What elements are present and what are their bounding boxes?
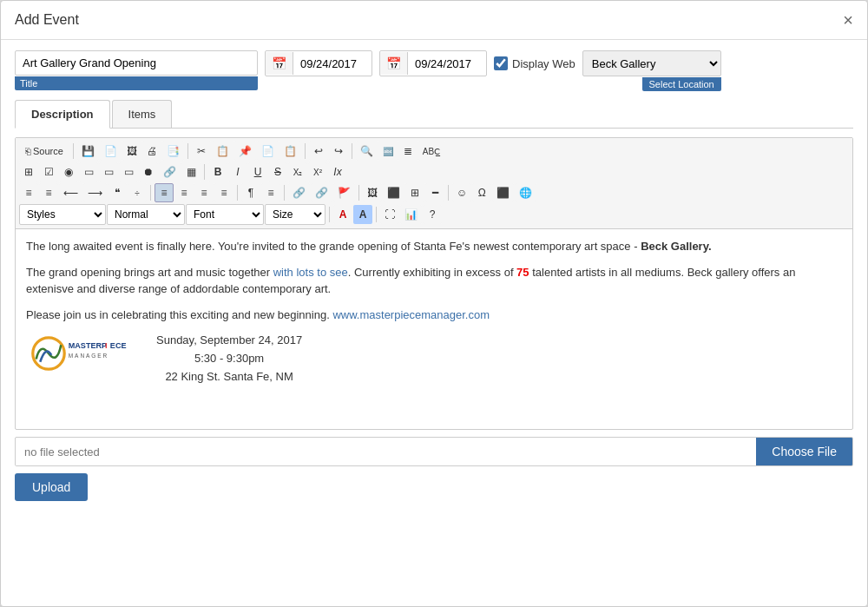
bidi-ltr-btn[interactable]: ¶	[241, 183, 260, 202]
print-icon-btn[interactable]: 🖨	[142, 142, 161, 161]
separator-12	[376, 207, 377, 222]
help-btn[interactable]: ?	[423, 205, 442, 224]
font-select[interactable]: Font	[186, 204, 264, 225]
templates-icon-btn[interactable]: 📑	[162, 142, 184, 161]
bold-btn[interactable]: B	[208, 162, 227, 181]
paste-btn[interactable]: 📌	[234, 142, 256, 161]
event-title-input[interactable]	[15, 50, 258, 76]
smiley-btn[interactable]: ☺	[452, 183, 471, 202]
unlink-btn[interactable]: 🔗	[311, 183, 332, 202]
find-btn[interactable]: 🔍	[356, 142, 378, 161]
unorderedlist-btn[interactable]: ≡	[39, 183, 58, 202]
maximize-btn[interactable]: ⛶	[380, 205, 399, 224]
content-paragraph-1: The long awaited event is finally here. …	[26, 238, 842, 255]
location-group: Beck Gallery Select Location	[582, 50, 721, 91]
choose-file-button[interactable]: Choose File	[756, 438, 852, 465]
horizontalrule-btn[interactable]: ━	[425, 183, 444, 202]
imagebutton-btn[interactable]: 🔗	[159, 162, 181, 181]
lots-to-see-link[interactable]: with lots to see	[273, 266, 348, 279]
creatediv-btn[interactable]: ÷	[128, 183, 147, 202]
paste-word-btn[interactable]: 📋	[279, 142, 301, 161]
copy-btn[interactable]: 📋	[212, 142, 233, 161]
size-select[interactable]: Size	[265, 204, 326, 225]
aligncenter-btn[interactable]: ≡	[174, 183, 194, 202]
display-web-label: Display Web	[512, 57, 575, 70]
file-row: Choose File	[15, 437, 853, 466]
blockquote-btn[interactable]: ❝	[108, 183, 127, 202]
svg-text:MANAGER: MANAGER	[69, 353, 109, 359]
toolbar-row-2: ⊞ ☑ ◉ ▭ ▭ ▭ ⏺ 🔗 ▦ B I U S X₂ X² Ix	[19, 162, 849, 181]
website-link[interactable]: www.masterpiecemanager.com	[332, 308, 490, 321]
upload-button[interactable]: Upload	[15, 473, 88, 501]
outdent-btn[interactable]: ⟵	[59, 183, 82, 202]
subscript-btn[interactable]: X₂	[288, 162, 307, 181]
newpage-icon-btn[interactable]: 📄	[100, 142, 122, 161]
end-date-icon: 📅	[380, 52, 408, 75]
pagebreak-btn[interactable]: ⬛	[492, 183, 514, 202]
toolbar-row-3: ≡ ≡ ⟵ ⟶ ❝ ÷ ≡ ≡ ≡ ≡ ¶ ≡ 🔗 🔗	[19, 183, 849, 202]
content-paragraph-3: Please join us in celebrating this excit…	[26, 307, 842, 324]
paste-text-btn[interactable]: 📄	[257, 142, 279, 161]
dialog-title: Add Event	[15, 12, 79, 28]
showblocks-btn[interactable]: 📊	[400, 205, 422, 224]
anchor-btn[interactable]: 🚩	[333, 183, 355, 202]
undo-btn[interactable]: ↩	[309, 142, 328, 161]
event-details: Sunday, September 24, 2017 5:30 - 9:30pm…	[156, 332, 302, 386]
removeformat-btn[interactable]: Ix	[328, 162, 347, 181]
italic-btn[interactable]: I	[228, 162, 247, 181]
format-select[interactable]: Normal	[107, 204, 185, 225]
selectall-btn[interactable]: ≣	[398, 142, 418, 161]
alignjustify-btn[interactable]: ≡	[214, 183, 233, 202]
checkbox-btn[interactable]: ☑	[39, 162, 58, 181]
select-btn[interactable]: ▭	[119, 162, 138, 181]
underline-btn[interactable]: U	[248, 162, 267, 181]
radio-btn[interactable]: ◉	[59, 162, 78, 181]
textfield-btn[interactable]: ▭	[79, 162, 98, 181]
strikethrough-btn[interactable]: S	[268, 162, 287, 181]
cut-btn[interactable]: ✂	[192, 142, 211, 161]
save-icon-btn[interactable]: 💾	[77, 142, 99, 161]
button-btn[interactable]: ⏺	[139, 162, 158, 181]
select-location-badge: Select Location	[642, 77, 721, 91]
table-btn[interactable]: ⊞	[19, 162, 38, 181]
hiddenfield-btn[interactable]: ▦	[181, 162, 201, 181]
alignleft-btn[interactable]: ≡	[155, 183, 174, 202]
separator-11	[329, 207, 330, 222]
replace-btn[interactable]: 🔤	[378, 142, 398, 161]
flash-btn[interactable]: ⬛	[383, 183, 404, 202]
fontcolor-btn[interactable]: A	[333, 205, 352, 224]
start-date-input[interactable]	[293, 53, 372, 75]
source-button[interactable]: ⎗ Source	[19, 142, 69, 161]
orderedlist-btn[interactable]: ≡	[19, 183, 38, 202]
separator-8	[284, 185, 285, 201]
redo-btn[interactable]: ↪	[329, 142, 348, 161]
separator-3	[305, 143, 306, 159]
toolbar-row-4: Styles Normal Font Size A A ⛶	[19, 204, 849, 225]
start-date-icon: 📅	[266, 52, 293, 75]
bgcolor-btn[interactable]: A	[353, 205, 372, 224]
tab-items[interactable]: Items	[112, 100, 173, 128]
table2-btn[interactable]: ⊞	[405, 183, 424, 202]
textarea-btn[interactable]: ▭	[99, 162, 118, 181]
alignright-btn[interactable]: ≡	[194, 183, 214, 202]
specialchar-btn[interactable]: Ω	[472, 183, 491, 202]
separator-1	[73, 143, 74, 159]
link-btn[interactable]: 🔗	[288, 183, 310, 202]
image-btn[interactable]: 🖼	[363, 183, 382, 202]
file-name-display	[16, 439, 756, 465]
bidi-rtl-btn[interactable]: ≡	[261, 183, 280, 202]
superscript-btn[interactable]: X²	[308, 162, 327, 181]
dialog-header: Add Event ×	[1, 1, 867, 40]
iframe-btn[interactable]: 🌐	[515, 183, 536, 202]
display-web-checkbox[interactable]	[494, 56, 508, 70]
tab-description[interactable]: Description	[15, 100, 110, 129]
masterpiece-logo: MASTERP I ECE MANAGER	[26, 332, 139, 375]
indent-btn[interactable]: ⟶	[83, 183, 107, 202]
preview-icon-btn[interactable]: 🖼	[122, 142, 141, 161]
location-select[interactable]: Beck Gallery	[582, 50, 721, 76]
close-button[interactable]: ×	[843, 11, 853, 29]
spellcheck-btn[interactable]: ABC̲	[418, 142, 444, 161]
editor-content-area[interactable]: The long awaited event is finally here. …	[16, 229, 852, 429]
end-date-input[interactable]	[408, 53, 486, 75]
styles-select[interactable]: Styles	[19, 204, 106, 225]
